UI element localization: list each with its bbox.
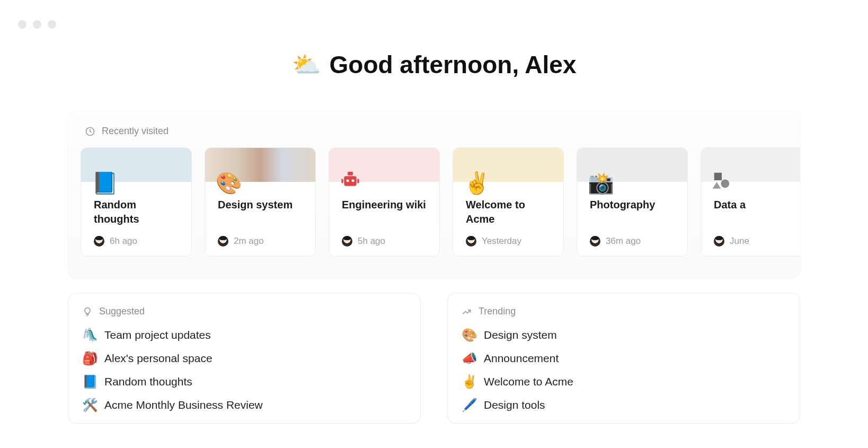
card-meta: 5h ago [342,236,427,247]
avatar [466,236,476,247]
main-content: ⛅ Good afternoon, Alex Recently visited … [0,0,868,424]
panel-title: Trending [479,306,516,317]
cards-row: 📘Random thoughts6h ago🎨Design system2m a… [68,147,800,257]
greeting: ⛅ Good afternoon, Alex [0,50,868,79]
item-label: Team project updates [104,329,211,341]
card-title: Design system [218,198,303,212]
item-label: Announcement [484,352,559,365]
window-controls [18,20,56,29]
card-cover: ✌️ [453,148,563,182]
card-meta: Yesterday [466,236,551,247]
greeting-text: Good afternoon, Alex [330,50,577,79]
svg-rect-1 [344,176,356,186]
avatar [342,236,352,247]
svg-rect-7 [714,173,722,180]
card-meta: 2m ago [218,236,303,247]
suggested-panel: Suggested 🛝Team project updates🎒Alex's p… [68,293,421,424]
card-cover [701,148,800,182]
card-emoji-icon: ✌️ [464,172,490,194]
card-time: 5h ago [358,236,385,247]
svg-rect-5 [341,179,343,183]
card-emoji-icon: 📸 [588,172,614,194]
item-label: Design system [484,329,557,341]
recent-card[interactable]: ✌️Welcome to AcmeYesterday [453,147,564,257]
trending-icon [462,306,472,317]
card-cover [329,148,439,182]
card-emoji-icon [712,170,732,194]
list-item[interactable]: 📘Random thoughts [82,374,406,389]
clock-icon [85,126,95,137]
svg-point-8 [721,179,729,188]
list-item[interactable]: 📣Announcement [462,351,786,366]
card-time: 36m ago [606,236,641,247]
window-dot [48,20,56,29]
list-item[interactable]: 🎨Design system [462,328,786,342]
item-label: Random thoughts [104,375,192,388]
trending-panel: Trending 🎨Design system📣Announcement✌️We… [447,293,800,424]
item-emoji-icon: 🎒 [82,351,97,366]
recently-visited-section: Recently visited 📘Random thoughts6h ago🎨… [68,111,800,278]
svg-marker-9 [713,182,721,189]
svg-point-4 [352,179,355,182]
avatar [218,236,228,247]
item-emoji-icon: ✌️ [462,374,476,389]
list-item[interactable]: ✌️Welcome to Acme [462,374,786,389]
card-time: 2m ago [234,236,264,247]
avatar [714,236,724,247]
recent-card[interactable]: 🎨Design system2m ago [205,147,316,257]
list-item[interactable]: 🖊️Design tools [462,398,786,412]
item-emoji-icon: 🖊️ [462,398,476,412]
card-emoji-icon [340,169,361,194]
trending-list: 🎨Design system📣Announcement✌️Welcome to … [462,328,786,412]
list-item[interactable]: 🛠️Acme Monthly Business Review [82,398,406,412]
card-title: Photography [590,198,675,212]
card-time: June [730,236,749,247]
card-meta: June [714,236,799,247]
suggested-list: 🛝Team project updates🎒Alex's personal sp… [82,328,406,412]
item-label: Acme Monthly Business Review [104,399,263,411]
recent-card[interactable]: 📸Photography36m ago [577,147,688,257]
card-title: Welcome to Acme [466,198,551,226]
card-emoji-icon: 📘 [92,172,118,194]
avatar [94,236,104,247]
svg-rect-6 [357,179,359,183]
panel-header: Suggested [82,306,406,317]
svg-rect-2 [348,172,353,175]
recent-card[interactable]: Engineering wiki5h ago [329,147,440,257]
card-meta: 6h ago [94,236,179,247]
bottom-row: Suggested 🛝Team project updates🎒Alex's p… [68,293,800,424]
recent-card[interactable]: Data aJune [701,147,800,257]
card-time: Yesterday [482,236,521,247]
card-cover: 📸 [577,148,687,182]
window-dot [18,20,26,29]
section-title: Recently visited [102,126,169,137]
card-title: Data a [714,198,799,212]
item-label: Welcome to Acme [484,375,573,388]
panel-header: Trending [462,306,786,317]
list-item[interactable]: 🛝Team project updates [82,328,406,342]
item-emoji-icon: 🎨 [462,328,476,342]
card-title: Random thoughts [94,198,179,226]
avatar [590,236,600,247]
item-label: Design tools [484,399,545,411]
card-meta: 36m ago [590,236,675,247]
item-emoji-icon: 🛠️ [82,398,97,412]
window-dot [33,20,41,29]
card-cover: 🎨 [205,148,315,182]
weather-icon: ⛅ [292,51,321,78]
item-emoji-icon: 📣 [462,351,476,366]
recent-card[interactable]: 📘Random thoughts6h ago [81,147,192,257]
lightbulb-icon [82,306,93,317]
card-title: Engineering wiki [342,198,427,212]
card-time: 6h ago [110,236,137,247]
item-emoji-icon: 📘 [82,374,97,389]
item-label: Alex's personal space [104,352,212,365]
card-cover: 📘 [81,148,191,182]
card-emoji-icon: 🎨 [216,172,242,194]
svg-point-3 [347,179,349,182]
list-item[interactable]: 🎒Alex's personal space [82,351,406,366]
panel-title: Suggested [99,306,145,317]
item-emoji-icon: 🛝 [82,328,97,342]
section-header: Recently visited [68,126,800,147]
